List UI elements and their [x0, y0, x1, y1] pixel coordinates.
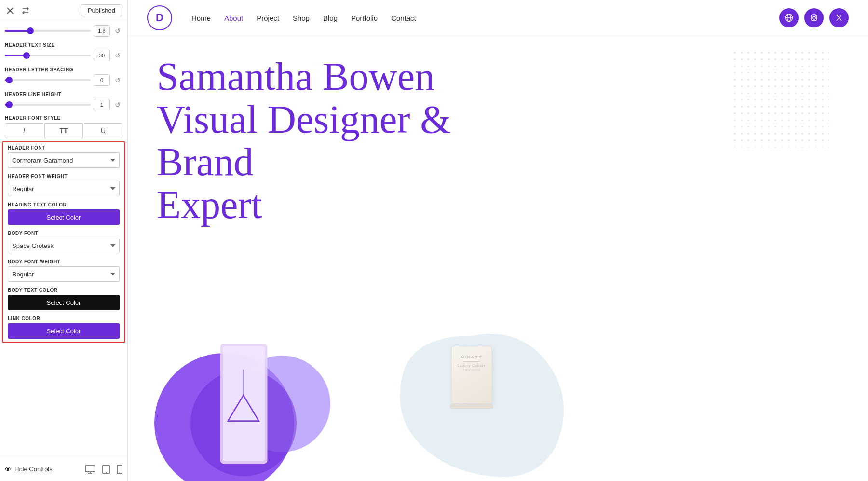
body-color-button[interactable]: Select Color — [8, 295, 120, 310]
body-text-color-row: BODY TEXT COLOR Select Color — [3, 285, 124, 313]
hero-title-line1: Samantha Bowen — [157, 55, 434, 98]
candle-sub2-text: Hand poured — [455, 368, 488, 371]
nav-link-portfolio[interactable]: Portfolio — [351, 14, 378, 22]
slider-top-track[interactable] — [5, 30, 91, 32]
body-font-select[interactable]: Space Grotesk Inter Roboto Open Sans — [8, 238, 120, 253]
dot-pattern — [733, 51, 829, 147]
font-style-buttons: I TT U — [5, 123, 122, 138]
header-font-weight-label: HEADER FONT WEIGHT — [8, 174, 120, 179]
desktop-icon[interactable] — [85, 465, 95, 474]
header-font-weight-select[interactable]: Regular Bold Light Medium — [8, 181, 120, 196]
site-navbar: D Home About Project Shop Blog Portfolio… — [128, 0, 868, 36]
nav-left: D Home About Project Shop Blog Portfolio… — [147, 5, 416, 30]
nav-link-blog[interactable]: Blog — [323, 14, 338, 22]
purple-blob — [152, 327, 340, 481]
heading-color-button[interactable]: Select Color — [8, 209, 120, 225]
header-font-row: HEADER FONT Cormorant Garamond Georgia T… — [3, 142, 124, 171]
topbar-icons — [5, 5, 31, 16]
body-font-label: BODY FONT — [8, 231, 120, 236]
body-font-weight-row: BODY FONT WEIGHT Regular Bold Light Medi… — [3, 256, 124, 285]
main-area: D Home About Project Shop Blog Portfolio… — [128, 0, 868, 481]
swap-icon[interactable] — [20, 5, 31, 16]
left-panel: Published 1.6 ↺ HEADER TEXT SIZE 30 ↺ HE… — [0, 0, 128, 481]
nav-right — [779, 8, 849, 27]
x-social-button[interactable] — [829, 8, 849, 27]
gray-blob: Mirage Luxury Candle Hand poured — [369, 327, 576, 481]
instagram-social-button[interactable] — [804, 8, 824, 27]
panel-topbar: Published — [0, 0, 127, 21]
globe-social-button[interactable] — [779, 8, 799, 27]
header-text-size-row: HEADER TEXT SIZE 30 ↺ — [0, 39, 127, 63]
svg-rect-2 — [85, 466, 95, 472]
site-logo[interactable]: D — [147, 5, 172, 30]
link-color-button[interactable]: Select Color — [8, 323, 120, 339]
nav-link-home[interactable]: Home — [191, 14, 211, 22]
body-font-row: BODY FONT Space Grotesk Inter Roboto Ope… — [3, 228, 124, 256]
body-font-weight-select[interactable]: Regular Bold Light Medium — [8, 266, 120, 282]
mobile-icon[interactable] — [117, 465, 122, 474]
header-text-size-reset[interactable]: ↺ — [113, 51, 122, 60]
hero-title: Samantha Bowen Visual Designer & Brand E… — [157, 55, 518, 226]
close-icon[interactable] — [5, 5, 15, 16]
nav-link-project[interactable]: Project — [257, 14, 279, 22]
body-text-color-label: BODY TEXT COLOR — [8, 288, 120, 293]
link-color-label: LINK COLOR — [8, 316, 120, 321]
header-font-style-row: HEADER FONT STYLE I TT U — [0, 112, 127, 141]
header-font-style-label: HEADER FONT STYLE — [5, 115, 122, 121]
header-line-height-label: HEADER LINE HEIGHT — [5, 92, 122, 97]
candle-sub-text: Luxury Candle — [455, 364, 488, 367]
published-button[interactable]: Published — [81, 4, 122, 16]
svg-point-11 — [815, 15, 816, 16]
nav-links: Home About Project Shop Blog Portfolio C… — [191, 14, 416, 22]
candle: Mirage Luxury Candle Hand poured — [451, 346, 494, 409]
product-row: Mirage Luxury Candle Hand poured — [152, 317, 868, 481]
svg-point-6 — [119, 472, 120, 473]
header-font-select[interactable]: Cormorant Garamond Georgia Times New Rom… — [8, 152, 120, 168]
nav-link-shop[interactable]: Shop — [293, 14, 310, 22]
nav-link-about[interactable]: About — [224, 14, 243, 22]
tablet-icon[interactable] — [102, 465, 110, 474]
header-line-height-value: 1 — [94, 99, 110, 110]
heading-text-color-row: HEADING TEXT COLOR Select Color — [3, 199, 124, 228]
red-outlined-section: HEADER FONT Cormorant Garamond Georgia T… — [2, 141, 125, 343]
header-line-height-row: HEADER LINE HEIGHT 1 ↺ — [0, 88, 127, 112]
slider-top-value: 1.6 — [94, 25, 110, 37]
hide-controls-label: Hide Controls — [14, 466, 53, 473]
hero-title-line2: Visual Designer & Brand — [157, 97, 451, 184]
nav-link-contact[interactable]: Contact — [391, 14, 416, 22]
svg-rect-13 — [733, 51, 829, 147]
slider-top-reset[interactable]: ↺ — [113, 26, 122, 36]
header-letter-spacing-row: HEADER LETTER SPACING 0 ↺ — [0, 63, 127, 88]
panel-footer: 👁 Hide Controls — [0, 457, 127, 481]
italic-button[interactable]: I — [5, 123, 43, 138]
link-color-row: LINK COLOR Select Color — [3, 313, 124, 342]
body-font-weight-label: BODY FONT WEIGHT — [8, 259, 120, 264]
header-line-height-control: 1 ↺ — [5, 99, 122, 110]
hide-controls-area[interactable]: 👁 Hide Controls — [5, 466, 53, 473]
product-package — [152, 327, 340, 481]
header-letter-spacing-control: 0 ↺ — [5, 74, 122, 86]
header-text-size-value: 30 — [94, 50, 110, 61]
header-letter-spacing-reset[interactable]: ↺ — [113, 75, 122, 85]
header-font-weight-row: HEADER FONT WEIGHT Regular Bold Light Me… — [3, 171, 124, 199]
eye-icon: 👁 — [5, 466, 12, 473]
heading-text-color-label: HEADING TEXT COLOR — [8, 202, 120, 207]
underline-button[interactable]: U — [84, 123, 122, 138]
svg-rect-18 — [223, 346, 265, 461]
slider-top-row: 1.6 ↺ — [0, 21, 127, 39]
header-letter-spacing-label: HEADER LETTER SPACING — [5, 67, 122, 72]
svg-point-4 — [106, 472, 107, 473]
header-line-height-track[interactable] — [5, 104, 91, 106]
header-letter-spacing-value: 0 — [94, 74, 110, 86]
hero-section: Samantha Bowen Visual Designer & Brand E… — [128, 36, 868, 481]
header-letter-spacing-track[interactable] — [5, 79, 91, 81]
svg-point-10 — [813, 16, 815, 19]
header-font-label: HEADER FONT — [8, 145, 120, 151]
header-line-height-reset[interactable]: ↺ — [113, 100, 122, 110]
footer-device-icons — [85, 465, 122, 474]
hero-title-line3: Expert — [157, 183, 262, 227]
slider-top-control: 1.6 ↺ — [5, 25, 122, 37]
header-text-size-track[interactable] — [5, 55, 91, 56]
header-text-size-label: HEADER TEXT SIZE — [5, 42, 122, 48]
bold-button[interactable]: TT — [44, 123, 83, 138]
